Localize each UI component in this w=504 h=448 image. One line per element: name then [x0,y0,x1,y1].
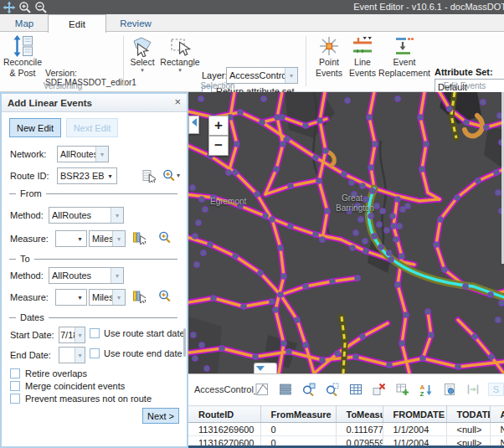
from-method-value: AllRoutes [49,208,111,223]
event-replacement-button[interactable]: Event Replacement [378,35,430,78]
to-measure-combobox[interactable]: ▾ [55,289,87,306]
merge-coincident-checkbox[interactable] [10,381,20,391]
chevron-down-icon[interactable]: ▾ [75,327,85,342]
use-start-row: Use route start date [90,328,185,338]
merge-coincident-label: Merge coincident events [25,381,125,391]
map-label-barrington: Barrington [336,203,374,213]
from-measure-combobox[interactable]: ▾ [55,230,87,247]
measure-picker-icon[interactable] [132,231,146,245]
chevron-down-icon[interactable]: ▾ [74,231,86,246]
chevron-down-icon[interactable]: ▾ [178,68,182,72]
zoom-selected2-icon[interactable] [326,383,339,396]
point-events-button[interactable]: Point Events [313,35,345,78]
title-bar: Event Editor - v10.6.1 - docMassDOTI [0,0,504,14]
to-units-combobox[interactable]: Miles ▾ [89,289,126,306]
chevron-down-icon: ▾ [112,231,125,246]
zoom-to-measure-icon[interactable] [158,290,172,303]
from-units-value: Miles [90,231,112,246]
select-tool-button[interactable]: Select ▾ [126,35,159,72]
zoom-in-icon[interactable] [18,1,32,14]
col-fromdate[interactable]: FROMDATE [383,406,446,423]
grid-icon[interactable] [349,383,363,396]
attribute-table[interactable]: RouteID FromMeasure ToMeasure FROMDATE T… [188,405,504,448]
col-frommeasure[interactable]: FromMeasure [260,406,336,423]
event-editor-window: Event Editor - v10.6.1 - docMassDOTI Map… [0,0,504,448]
tab-map[interactable]: Map [0,14,49,32]
offset-gray-icon[interactable] [466,383,480,396]
prevent-measures-label: Prevent measures not on route [25,394,152,404]
zoom-selected-icon[interactable] [302,383,316,396]
chevron-down-icon[interactable]: ▾ [74,290,86,305]
rectangle-tool-button[interactable]: Rectangle ▾ [160,35,200,72]
zoom-to-measure-icon[interactable] [158,231,172,245]
col-tomeasure[interactable]: ToMeasure [336,406,383,423]
collapse-panel-button[interactable] [188,116,199,134]
chevron-down-icon[interactable]: ▾ [75,348,85,363]
close-icon[interactable]: × [174,96,181,108]
use-route-end-checkbox[interactable] [90,348,100,358]
panel-scrollbar[interactable] [183,328,186,357]
map-zoom-in-button[interactable]: + [208,116,229,136]
use-route-end-label: Use route end date [104,348,183,358]
from-method-combobox[interactable]: AllRoutes ▾ [49,207,124,224]
retire-overlaps-checkbox[interactable] [10,368,20,378]
cell: 0 [260,423,336,436]
measure-picker-icon[interactable] [132,290,146,303]
dates-section-label: Dates [20,312,44,322]
event-replacement-icon [393,35,415,57]
cell: <null> [446,423,490,436]
sort-icon[interactable]: AZ [419,383,433,396]
col-todate[interactable]: TODATE [446,406,490,423]
tab-review[interactable]: Review [106,14,165,32]
group-separator [123,36,124,86]
table-row[interactable]: 11316269600 0 0.1116773 1/1/2004 <null> … [188,423,504,436]
map-canvas[interactable]: Egremont Great Barrington + − [188,92,504,373]
to-units-value: Miles [90,290,112,305]
chevron-down-icon: ▾ [111,208,123,223]
chevron-down-icon[interactable]: ▾ [141,68,144,72]
to-measure-value [56,290,74,305]
from-measure-label: Measure: [10,234,49,244]
tab-edit[interactable]: Edit [48,14,106,33]
rectangle-tool-icon [169,35,191,57]
reconcile-label-2: & Post [10,68,36,79]
reconcile-post-button[interactable]: Reconcile & Post [3,35,43,78]
ribbon: Reconcile & Post Version: SDE.MASSDOT_ed… [0,32,504,92]
chevron-down-icon [260,363,271,373]
route-picker-icon[interactable] [142,169,156,183]
network-label: Network: [10,149,46,159]
end-date-field[interactable]: ▾ [59,347,85,363]
to-method-combobox[interactable]: AllRoutes ▾ [49,267,124,284]
route-id-combobox[interactable]: BSR23 EB ▾ [57,167,117,184]
chevron-down-icon[interactable]: ▾ [285,68,297,83]
start-date-field[interactable]: 7/18/ ▾ [59,327,85,343]
cell: 0.1116773 [336,423,383,436]
collapse-table-button[interactable] [254,363,277,373]
select-tool-icon [131,35,153,57]
route-id-label: Route ID: [10,171,49,181]
pan-icon[interactable] [3,1,16,14]
map-zoom-out-button[interactable]: − [208,136,229,156]
attribute-table-panel: AccessControl_A AZ S RouteID FromMeasure… [188,373,504,448]
rows-icon[interactable] [279,383,292,396]
prevent-measures-checkbox[interactable] [10,394,20,404]
polygon-select-icon[interactable] [255,383,269,396]
chevron-down-icon[interactable]: ▾ [177,172,180,179]
chevron-down-icon[interactable]: ▾ [104,168,116,183]
add-record-icon[interactable] [396,383,409,396]
next-button[interactable]: Next > [142,408,179,424]
col-ac[interactable]: AC [490,406,504,423]
edit-events-group-label: Edit Events [427,81,502,90]
network-combobox[interactable]: AllRoutes ▾ [57,146,109,162]
use-route-start-checkbox[interactable] [90,328,100,338]
from-units-combobox[interactable]: Miles ▾ [89,230,126,247]
col-routeid[interactable]: RouteID [188,406,260,423]
zoom-to-route-icon[interactable] [162,169,176,183]
merge-coincident-row: Merge coincident events [10,381,125,391]
new-edit-button[interactable]: New Edit [9,118,61,137]
clear-selection-icon[interactable] [373,383,386,396]
line-events-button[interactable]: Line Events [347,35,378,78]
zoom-out-icon[interactable] [34,1,48,14]
report-icon[interactable] [443,383,456,396]
line-events-label-2: Events [349,68,376,79]
